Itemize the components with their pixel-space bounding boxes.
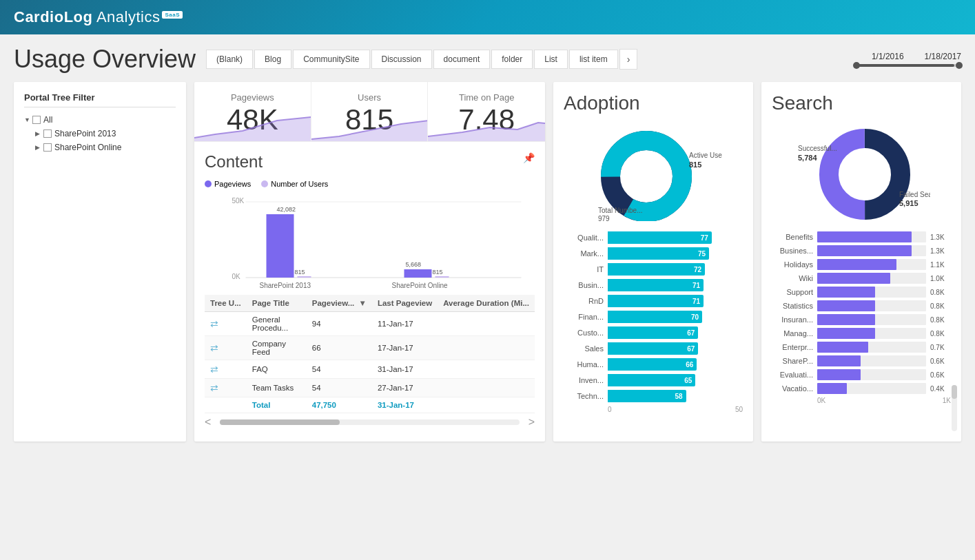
filter-tab-blank[interactable]: (Blank)	[206, 50, 253, 69]
data-table: Tree U... Page Title Pageview... ▼ Last …	[205, 295, 535, 413]
tree-checkbox-sponline[interactable]	[43, 143, 52, 152]
h-bar-row: Mark... 75	[564, 247, 743, 260]
s-axis-0: 0K	[817, 397, 825, 404]
main-panel: Pageviews 48K Users 815 Time	[194, 82, 545, 442]
svg-text:50K: 50K	[232, 197, 245, 205]
tree-item-sponline[interactable]: ▶ SharePoint Online	[24, 141, 176, 154]
s-bar-value: 1.1K	[930, 261, 951, 269]
s-bar-fill	[817, 300, 875, 311]
col-page-title: Page Title	[247, 295, 307, 312]
kpi-timeonpage: Time on Page 7.48	[428, 82, 545, 141]
s-bar-row: Busines... 1.3K	[772, 245, 951, 256]
filter-nav-next[interactable]: ›	[619, 49, 638, 70]
s-bar-label: Benefits	[772, 233, 813, 241]
h-bar-fill: 65	[608, 374, 695, 386]
axis-0: 0	[608, 406, 612, 413]
cell-avg-dur	[438, 336, 535, 360]
total-pageviews: 47,750	[307, 397, 372, 413]
h-bar-value: 75	[698, 250, 706, 258]
legend-label-pageviews: Pageviews	[214, 180, 251, 188]
date-slider[interactable]	[854, 64, 961, 67]
s-bar-value: 0.8K	[930, 330, 951, 338]
cell-avg-dur	[438, 360, 535, 379]
table-header-row: Tree U... Page Title Pageview... ▼ Last …	[205, 295, 535, 312]
tree-checkbox-all[interactable]	[32, 116, 41, 124]
h-bar-value: 77	[701, 234, 708, 242]
row-icon: ⇄	[210, 382, 218, 393]
tree-arrow-sp2013: ▶	[35, 130, 41, 137]
filter-tab-communitysite[interactable]: CommunitySite	[293, 50, 369, 69]
tree-checkbox-sp2013[interactable]	[43, 129, 52, 138]
s-bar-fill	[817, 328, 875, 339]
h-bar-track: 71	[608, 295, 743, 307]
table-row: ⇄ Team Tasks 54 27-Jan-17	[205, 379, 535, 397]
s-bar-row: ShareP... 0.6K	[772, 355, 951, 366]
h-bar-value: 71	[692, 298, 700, 305]
kpi-row: Pageviews 48K Users 815 Time	[194, 82, 545, 142]
h-scrollbar[interactable]	[220, 419, 519, 425]
table-hscrollbar-row: < >	[205, 413, 535, 431]
filter-tab-listitem[interactable]: list item	[569, 50, 618, 69]
s-bar-value: 0.8K	[930, 289, 951, 296]
kpi-timeonpage-label: Time on Page	[442, 92, 531, 103]
s-bar-track	[817, 383, 926, 394]
h-bar-row: Qualit... 77	[564, 231, 743, 244]
s-bar-row: Vacatio... 0.4K	[772, 383, 951, 394]
h-bar-label: Custo...	[564, 329, 604, 337]
h-bar-label: Mark...	[564, 249, 604, 258]
tree-item-sp2013[interactable]: ▶ SharePoint 2013	[24, 127, 176, 141]
h-bar-label: IT	[564, 265, 604, 273]
filter-tab-discussion[interactable]: Discussion	[371, 50, 432, 69]
cell-pageviews: 54	[307, 379, 372, 397]
content-grid: Portal Tree Filter ▼ All ▶ SharePoint 20…	[14, 82, 961, 442]
legend-dot-users	[261, 180, 268, 187]
s-bar-row: Manag... 0.8K	[772, 328, 951, 339]
adoption-panel: Adoption Active Users 815 Total Numbe...…	[553, 82, 753, 442]
s-bar-track	[817, 287, 926, 298]
s-bar-track	[817, 231, 926, 242]
h-bar-label: Techn...	[564, 392, 604, 400]
search-panel: Search Successful... 5,784 Failed Sea...…	[761, 82, 961, 442]
bar-sp2013-users	[298, 276, 311, 278]
s-bar-label: Statistics	[772, 302, 813, 310]
s-bar-row: Insuran... 0.8K	[772, 314, 951, 325]
s-bar-label: Manag...	[772, 329, 813, 338]
filter-tab-list[interactable]: List	[534, 50, 568, 69]
scroll-right-arrow[interactable]: >	[528, 416, 535, 428]
s-bar-track	[817, 300, 926, 311]
h-bar-fill: 70	[608, 311, 702, 323]
h-bar-fill: 72	[608, 263, 705, 276]
content-title: Content	[205, 152, 535, 172]
filter-tab-document[interactable]: document	[433, 50, 491, 69]
h-bar-track: 67	[608, 326, 743, 339]
date-slider-handle-left[interactable]	[853, 62, 860, 69]
s-bar-value: 0.8K	[930, 316, 951, 324]
s-bar-value: 1.0K	[930, 275, 951, 282]
filter-tab-folder[interactable]: folder	[491, 50, 533, 69]
date-slider-handle-right[interactable]	[956, 62, 963, 69]
date-start: 1/1/2016	[872, 52, 904, 61]
pin-icon[interactable]: 📌	[523, 152, 535, 163]
s-bar-fill	[817, 273, 890, 284]
adoption-bars: Qualit... 77 Mark... 75 IT 72	[564, 231, 743, 413]
filter-tab-blog[interactable]: Blog	[254, 50, 291, 69]
h-bar-label: Qualit...	[564, 234, 604, 242]
chart-legend: Pageviews Number of Users	[205, 180, 535, 188]
s-bar-fill	[817, 383, 847, 394]
h-bar-row: Busin... 71	[564, 279, 743, 291]
h-bar-value: 72	[694, 266, 701, 273]
h-bar-track: 67	[608, 342, 743, 355]
col-pageviews[interactable]: Pageview... ▼	[307, 295, 372, 312]
s-bar-label: ShareP...	[772, 357, 813, 365]
table-scroll[interactable]: Tree U... Page Title Pageview... ▼ Last …	[205, 295, 535, 413]
h-bar-row: RnD 71	[564, 295, 743, 307]
tree-item-all[interactable]: ▼ All	[24, 113, 176, 127]
s-bar-value: 0.6K	[930, 357, 951, 365]
scroll-left-arrow[interactable]: <	[205, 416, 211, 428]
legend-dot-pageviews	[205, 180, 212, 187]
s-bar-label: Support	[772, 288, 813, 296]
right-scrollbar[interactable]	[952, 385, 957, 431]
page-title: Usage Overview	[14, 45, 196, 74]
cell-last-pv: 17-Jan-17	[372, 336, 438, 360]
h-bar-track: 58	[608, 390, 743, 402]
